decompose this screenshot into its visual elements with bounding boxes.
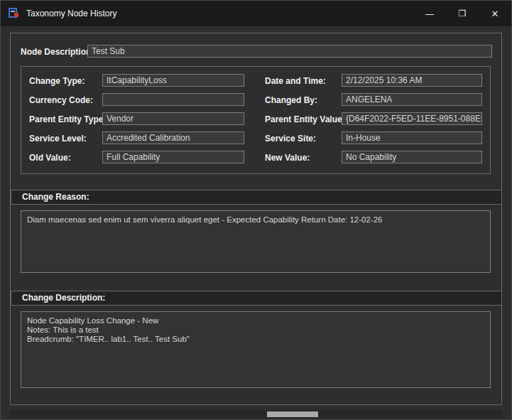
change-description-line: Node Capability Loss Change - New	[27, 316, 484, 325]
currency-code-field[interactable]	[102, 93, 244, 106]
service-site-label: Service Site:	[265, 134, 316, 144]
horizontal-scrollbar[interactable]	[10, 410, 503, 419]
change-reason-textbox[interactable]: Diam maecenas sed enim ut sem viverra al…	[21, 210, 491, 273]
parent-entity-type-label: Parent Entity Type:	[29, 114, 106, 124]
change-type-label: Change Type:	[29, 76, 85, 86]
change-description-header: Change Description:	[11, 291, 502, 306]
node-description-label: Node Description:	[21, 47, 94, 57]
parent-entity-value-label: Parent Entity Value:	[265, 114, 345, 124]
taxonomy-node-history-window: Taxonomy Node History — ❐ ✕ Node Descrip…	[0, 0, 512, 420]
old-value-field[interactable]: Full Capability	[102, 151, 244, 163]
service-level-label: Service Level:	[29, 134, 87, 144]
service-site-field[interactable]: In-House	[342, 131, 482, 144]
close-button[interactable]: ✕	[479, 1, 511, 26]
change-reason-header: Change Reason:	[11, 190, 502, 205]
window-controls: — ❐ ✕	[413, 1, 511, 26]
change-reason-text: Diam maecenas sed enim ut sem viverra al…	[27, 215, 484, 225]
date-and-time-field[interactable]: 2/12/2025 10:36 AM	[342, 74, 482, 87]
parent-entity-value-field[interactable]: {D64F2022-F5ED-11EE-8951-088E901F3	[342, 112, 482, 125]
window-title: Taxonomy Node History	[26, 9, 116, 18]
service-level-field[interactable]: Accredited Calibration	[102, 131, 244, 144]
node-description-field[interactable]: Test Sub	[87, 45, 492, 58]
change-description-line: Breadcrumb: "TIMER.. lab1.. Test.. Test …	[27, 335, 484, 344]
app-icon[interactable]	[9, 8, 20, 19]
change-description-textbox[interactable]: Node Capability Loss Change - New Notes:…	[21, 311, 491, 388]
currency-code-label: Currency Code:	[29, 95, 93, 105]
change-type-field[interactable]: ItCapabilityLoss	[102, 74, 244, 87]
scrollbar-thumb[interactable]	[267, 411, 318, 417]
changed-by-field[interactable]: ANGELENA	[342, 93, 482, 106]
change-description-line: Notes: This is a test	[27, 325, 484, 335]
changed-by-label: Changed By:	[265, 95, 317, 105]
date-and-time-label: Date and Time:	[265, 76, 326, 86]
new-value-field[interactable]: No Capability	[342, 151, 482, 163]
titlebar: Taxonomy Node History — ❐ ✕	[1, 1, 511, 26]
minimize-button[interactable]: —	[413, 1, 446, 26]
maximize-button[interactable]: ❐	[446, 1, 479, 26]
new-value-label: New Value:	[265, 153, 310, 163]
parent-entity-type-field[interactable]: Vendor	[102, 112, 244, 125]
old-value-label: Old Value:	[29, 153, 71, 163]
